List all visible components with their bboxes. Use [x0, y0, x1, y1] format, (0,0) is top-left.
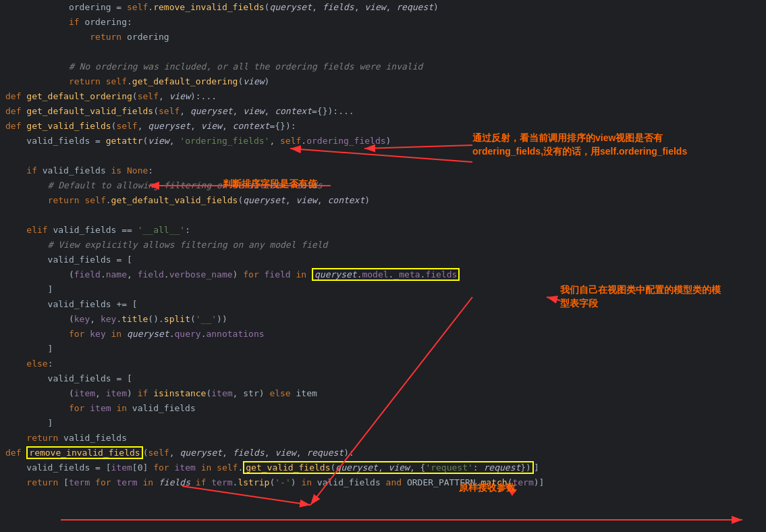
code-text: ordering = self.remove_invalid_fields(qu… [5, 0, 766, 15]
code-text: if ordering: [5, 15, 766, 30]
code-text: return valid_fields [5, 431, 766, 446]
code-line [0, 208, 766, 223]
code-text: # Default to allowing filtering on seria… [5, 178, 766, 193]
code-line: # Default to allowing filtering on seria… [0, 178, 766, 193]
code-editor: ordering = self.remove_invalid_fields(qu… [0, 0, 766, 532]
code-line: for item in valid_fields [0, 401, 766, 416]
annotation-4: 原样接收参数 [459, 481, 516, 495]
code-line: (field.name, field.verbose_name) for fie… [0, 267, 766, 282]
code-text: ] [5, 342, 766, 356]
code-line [0, 45, 766, 59]
code-text: return self.get_default_valid_fields(que… [5, 193, 766, 208]
code-text: if valid_fields is None: [5, 163, 766, 178]
code-line: if valid_fields is None: [0, 163, 766, 178]
code-text: def get_default_valid_fields(self, query… [5, 104, 766, 119]
code-line: return [term for term in fields if term.… [0, 475, 766, 490]
code-text: return ordering [5, 30, 766, 45]
code-line: valid_fields = [ [0, 252, 766, 267]
code-line: ] [0, 416, 766, 431]
code-text: for key in queryset.query.annotations [5, 327, 766, 342]
code-text: ] [5, 416, 766, 431]
code-text: return [term for term in fields if term.… [5, 475, 766, 490]
code-text: def remove_invalid_fields(self, queryset… [5, 446, 766, 460]
code-text: return self.get_default_ordering(view) [5, 74, 766, 89]
annotation-1: 通过反射，看当前调用排序的view视图是否有ordering_fields,没有… [472, 132, 687, 158]
code-line: return ordering [0, 30, 766, 45]
code-text: (item, item) if isinstance(item, str) el… [5, 386, 766, 401]
code-text: valid_fields = [ [5, 252, 766, 267]
code-line: # No ordering was included, or all the o… [0, 59, 766, 74]
code-line: def get_default_valid_fields(self, query… [0, 104, 766, 119]
code-line: def remove_invalid_fields(self, queryset… [0, 446, 766, 460]
annotation-2: 判断排序字段是否有值 [223, 178, 317, 191]
code-line: elif valid_fields == '__all__': [0, 223, 766, 238]
code-text: valid_fields = [ [5, 371, 766, 386]
code-line: if ordering: [0, 15, 766, 30]
code-text: for item in valid_fields [5, 401, 766, 416]
code-line: (key, key.title().split('__')) [0, 312, 766, 327]
code-line: return self.get_default_valid_fields(que… [0, 193, 766, 208]
code-line: else: [0, 356, 766, 371]
code-line: # View explicitly allows filtering on an… [0, 238, 766, 252]
code-text: def get_default_ordering(self, view):... [5, 89, 766, 104]
code-text: else: [5, 356, 766, 371]
code-line: ordering = self.remove_invalid_fields(qu… [0, 0, 766, 15]
code-line: return self.get_default_ordering(view) [0, 74, 766, 89]
code-line: return valid_fields [0, 431, 766, 446]
code-line: for key in queryset.query.annotations [0, 327, 766, 342]
code-text: (field.name, field.verbose_name) for fie… [5, 267, 766, 282]
code-line: def get_default_ordering(self, view):... [0, 89, 766, 104]
code-line: ] [0, 342, 766, 356]
code-text: elif valid_fields == '__all__': [5, 223, 766, 238]
code-text: (key, key.title().split('__')) [5, 312, 766, 327]
code-line: valid_fields = [ [0, 371, 766, 386]
code-line: (item, item) if isinstance(item, str) el… [0, 386, 766, 401]
code-text: # View explicitly allows filtering on an… [5, 238, 766, 252]
code-line: valid_fields = [item[0] for item in self… [0, 460, 766, 475]
code-text: # No ordering was included, or all the o… [5, 59, 766, 74]
code-text: valid_fields = [item[0] for item in self… [5, 460, 766, 475]
annotation-3: 我们自己在视图类中配置的模型类的模型表字段 [560, 284, 721, 310]
